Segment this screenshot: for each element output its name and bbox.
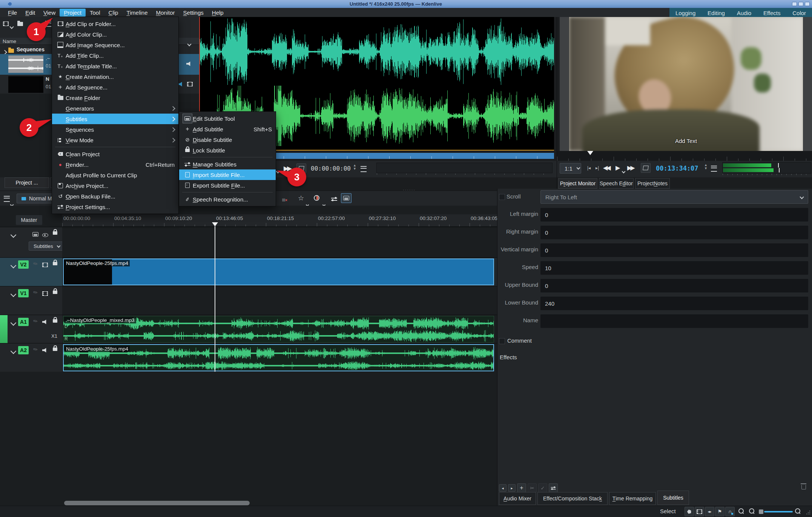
collapse-track-icon[interactable] — [11, 291, 15, 297]
speed-icon[interactable] — [314, 195, 319, 201]
clip-a1[interactable]: .~NastyOldPeople_mixed.mp3 L R — [63, 316, 494, 343]
video-track-icon[interactable] — [42, 291, 48, 297]
snap-icon[interactable]: ◂▸ — [705, 507, 714, 516]
effects-icon[interactable]: ✎ — [32, 260, 39, 268]
menu-project[interactable]: Project — [60, 9, 86, 17]
effects-icon[interactable]: ✎ — [32, 317, 39, 325]
master-button[interactable]: Master — [16, 215, 42, 225]
video-display[interactable]: Add Text — [560, 17, 812, 151]
lock-track-icon[interactable] — [53, 229, 57, 236]
menu-tool[interactable]: Tool — [86, 9, 104, 17]
zoom-out-icon[interactable] — [749, 508, 754, 515]
menu-item-clean-project[interactable]: xClean Project — [52, 149, 178, 159]
submenu-item-manage-subtitles[interactable]: Manage Subtitles — [179, 159, 276, 169]
collapse-track-icon[interactable] — [11, 320, 15, 326]
menu-timeline[interactable]: Timeline — [122, 9, 152, 17]
menu-item-subtitles[interactable]: Subtitles — [52, 114, 178, 124]
track-content-v1[interactable] — [62, 286, 497, 315]
track-badge-v1[interactable]: V1 — [18, 289, 29, 297]
track-header-v2[interactable]: V2 ✎ — [0, 257, 62, 286]
go-zone-end-icon[interactable]: ▸| — [596, 165, 599, 171]
menu-settings[interactable]: Settings — [179, 9, 208, 17]
name-field[interactable] — [540, 314, 808, 328]
workspace-tab-color[interactable]: Color — [792, 10, 806, 16]
left-margin-field[interactable]: 0 — [540, 208, 808, 222]
scroll-checkbox[interactable] — [499, 194, 505, 200]
project-monitor-timecode[interactable]: 00:13:34:07 — [656, 165, 698, 172]
zoom-slider-track[interactable] — [764, 511, 793, 512]
audio-track-icon[interactable] — [42, 319, 47, 325]
tab-effect-composition-stack[interactable]: Effect/Composition Stack — [537, 492, 608, 505]
tab-speech-editor[interactable]: Speech Editor — [599, 178, 634, 189]
menu-item-add-sequence[interactable]: +Add Sequence... — [52, 82, 178, 92]
tab-project-notes[interactable]: Project Notes — [635, 178, 670, 189]
zoom-slider-handle[interactable] — [759, 509, 763, 514]
submenu-item-export-subtitle-file[interactable]: Export Subtitle File... — [179, 180, 276, 191]
submenu-item-add-subtitle[interactable]: +Add SubtitleShift+S — [179, 124, 276, 134]
timeline-menu-icon[interactable] — [4, 196, 10, 203]
prev-keyframe-icon[interactable]: ◂ — [499, 484, 507, 492]
cut-subtitle-icon[interactable]: ✂ — [528, 483, 537, 492]
effects-icon[interactable]: ✎ — [32, 289, 39, 296]
rewind-icon[interactable]: ◀◀ — [603, 164, 609, 171]
minimize-button[interactable] — [792, 2, 797, 6]
video-track-icon[interactable] — [42, 262, 48, 268]
go-zone-start-icon[interactable]: |◂ — [587, 165, 591, 171]
tab-project-bin[interactable]: Project ... — [5, 177, 49, 188]
subtitle-tool-button[interactable] — [341, 193, 352, 203]
tab-project-monitor[interactable]: Project Monitor — [558, 178, 597, 189]
workspace-tab-effects[interactable]: Effects — [763, 10, 781, 16]
playhead-marker[interactable] — [212, 222, 218, 226]
collapse-track-icon[interactable] — [11, 262, 15, 269]
menu-item-create-folder[interactable]: Create Folder — [52, 92, 178, 103]
submenu-item-edit-subtitle-tool[interactable]: Edit Subtitle Tool — [179, 113, 276, 124]
tag-icon[interactable] — [685, 507, 694, 516]
show-subtitles-icon[interactable] — [42, 232, 48, 238]
mixer-icon[interactable] — [331, 196, 337, 202]
monitor-seek-ruler[interactable] — [557, 151, 812, 161]
upper-bound-field[interactable]: 0 — [540, 279, 808, 292]
submenu-item-import-subtitle-file[interactable]: Import Subtitle File... — [179, 169, 276, 180]
monitor-playhead-marker[interactable] — [587, 151, 593, 155]
playhead-line[interactable] — [215, 226, 215, 372]
horizontal-scrollbar[interactable] — [64, 501, 250, 505]
add-text-overlay-button[interactable]: Add Text — [569, 138, 803, 144]
menu-item-generators[interactable]: Generators — [52, 103, 178, 114]
menu-item-sequences[interactable]: Sequences — [52, 124, 178, 135]
tab-subtitles[interactable]: Subtitles — [657, 491, 689, 505]
resize-grip[interactable] — [806, 511, 810, 514]
menu-item-add-image-sequence[interactable]: Add Image Sequence... — [52, 40, 178, 50]
delete-zone-icon[interactable]: × — [282, 196, 287, 203]
track-content-a1[interactable]: .~NastyOldPeople_mixed.mp3 L R — [62, 315, 497, 343]
lower-bound-field[interactable]: 240 — [540, 297, 808, 310]
menu-item-render[interactable]: ●Render...Ctrl+Return — [52, 159, 178, 170]
collapse-track-icon[interactable] — [11, 232, 15, 238]
add-subtitle-icon[interactable]: + — [517, 483, 526, 492]
next-keyframe-icon[interactable]: ▸ — [508, 484, 516, 492]
options-icon[interactable] — [549, 483, 558, 492]
submenu-item-speech-recognition[interactable]: ✐Speech Recognition... — [179, 194, 276, 205]
track-content-subtitles[interactable] — [62, 227, 497, 257]
collapse-track-icon[interactable] — [11, 348, 15, 354]
menu-item-archive-project[interactable]: Archive Project... — [52, 180, 178, 191]
apply-icon[interactable]: ✓ — [538, 483, 547, 492]
fast-forward-icon[interactable]: ▶▶ — [627, 164, 634, 171]
clip-a2[interactable]: NastyOldPeople-25fps.mp4 — [63, 344, 494, 371]
track-badge-a2[interactable]: A2 — [18, 346, 29, 354]
lock-track-icon[interactable] — [53, 317, 57, 324]
track-header-subtitles[interactable]: Subtitles — [0, 227, 62, 257]
timecode-spinner[interactable]: ▲▼ — [704, 163, 708, 170]
subtitle-list-dropdown[interactable]: Subtitles — [29, 242, 63, 251]
track-badge-v2[interactable]: V2 — [18, 260, 29, 269]
audio-scrub-icon[interactable]: ∩ — [725, 507, 735, 516]
zoom-in-icon[interactable] — [795, 508, 800, 515]
lock-track-icon[interactable] — [53, 288, 57, 295]
lock-track-icon[interactable] — [53, 259, 57, 266]
menu-item-add-clip-or-folder[interactable]: Add Clip or Folder... — [52, 18, 178, 29]
add-clip-dropdown-icon[interactable] — [10, 23, 13, 29]
tab-time-remapping[interactable]: Time Remapping — [609, 492, 656, 505]
submenu-item-disable-subtitle[interactable]: ⊘Disable Subtitle — [179, 134, 276, 145]
track-header-a2[interactable]: A2 ✎ — [0, 343, 62, 372]
lock-track-icon[interactable] — [53, 345, 57, 352]
add-clip-icon[interactable] — [3, 21, 9, 27]
